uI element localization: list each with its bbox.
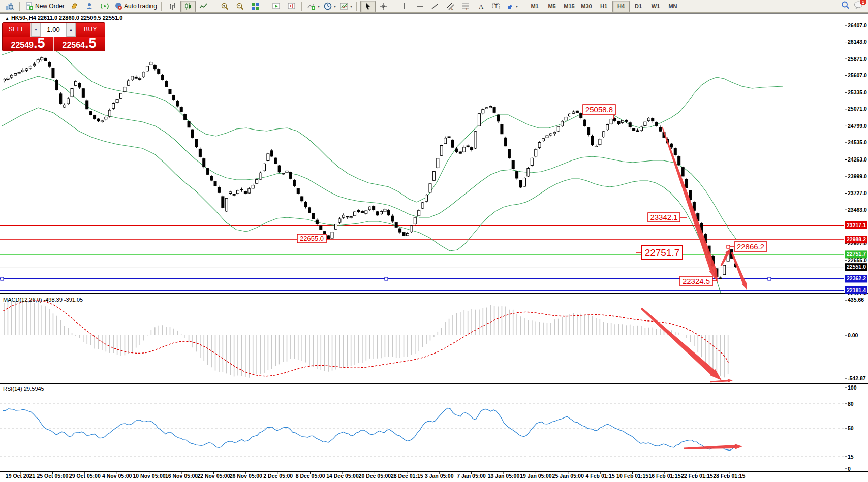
- price-level-badge-text: 23217.1: [847, 222, 866, 228]
- line-handle[interactable]: [1, 277, 4, 280]
- collapse-panel-icon[interactable]: ▲: [5, 16, 9, 21]
- axis-tick-label: 25335.0: [848, 89, 867, 95]
- toolbar-separator: [301, 2, 303, 11]
- profile-button[interactable]: [82, 1, 97, 12]
- periods-clock-icon: [324, 2, 332, 10]
- date-label: 16 Feb 01:15: [648, 473, 680, 479]
- template-button[interactable]: ▾: [338, 1, 354, 12]
- bar-chart-icon: [169, 2, 177, 10]
- channel-button[interactable]: E: [443, 1, 458, 12]
- date-label: 28 Feb 01:15: [713, 473, 745, 479]
- label-button[interactable]: T: [488, 1, 504, 12]
- axis-tick-label: 23463.0: [848, 207, 867, 213]
- chart-canvas[interactable]: 25058.823342.122751.722866.222655.022324…: [0, 0, 868, 482]
- price-annotation[interactable]: 22655.0: [297, 234, 326, 243]
- axis-tick-label: 80: [848, 401, 854, 407]
- line-handle[interactable]: [768, 277, 771, 280]
- fibonacci-button[interactable]: F: [458, 1, 473, 12]
- line-chart-button[interactable]: [196, 1, 211, 12]
- date-label: 8 Dec 05:00: [296, 473, 325, 479]
- price-level-badge-text: 22551.0: [847, 264, 866, 270]
- svg-text:T: T: [494, 4, 498, 9]
- timeframe-m30[interactable]: M30: [578, 1, 595, 12]
- crosshair-button[interactable]: [376, 1, 391, 12]
- line-chart-icon: [199, 2, 207, 10]
- tile-windows-icon: [251, 2, 259, 10]
- date-label: 10 Nov 05:00: [133, 473, 165, 479]
- signals-button[interactable]: [97, 1, 112, 12]
- macd-label: MACD(12,26,9): [3, 297, 42, 303]
- chevron-down-icon: ▾: [334, 4, 336, 9]
- chevron-down-icon: ▾: [350, 4, 352, 9]
- volume-up-button[interactable]: ▲: [66, 23, 76, 37]
- toolbar-separator: [213, 2, 215, 11]
- svg-text:E: E: [451, 7, 453, 10]
- timeframe-m15[interactable]: M15: [561, 1, 578, 12]
- sell-button[interactable]: SELL: [3, 23, 30, 37]
- crosshair-icon: [379, 2, 387, 10]
- timeframe-mn[interactable]: MN: [664, 1, 681, 12]
- horizontal-line-button[interactable]: [412, 1, 427, 12]
- buy-button[interactable]: BUY: [76, 23, 105, 37]
- bar-chart-button[interactable]: [165, 1, 180, 12]
- price-annotation-text: 22866.2: [737, 242, 764, 251]
- timeframe-h4[interactable]: H4: [612, 1, 630, 12]
- profile-icon: [85, 2, 94, 10]
- auto-scroll-button[interactable]: [269, 1, 284, 12]
- chart-shift-button[interactable]: [284, 1, 299, 12]
- timeframe-m1[interactable]: M1: [526, 1, 543, 12]
- chart-shift-icon: [288, 2, 296, 10]
- label-icon: T: [492, 2, 500, 10]
- tile-windows-button[interactable]: [247, 1, 263, 12]
- date-label: 4 Nov 05:00: [102, 473, 132, 479]
- chart-search-icon: [6, 2, 14, 10]
- price-annotation[interactable]: 22751.7: [636, 246, 683, 259]
- chart-search-button[interactable]: [2, 1, 17, 12]
- price-level-badge-text: 22751.7: [847, 251, 866, 257]
- toolbar-separator: [19, 2, 21, 11]
- date-label: 20 Dec 05:00: [359, 473, 391, 479]
- zoom-in-button[interactable]: [217, 1, 232, 12]
- search-icon[interactable]: [841, 1, 850, 12]
- periods-clock-button[interactable]: ▾: [322, 1, 338, 12]
- candlestick-button[interactable]: [180, 1, 196, 12]
- date-label: 10 Feb 01:15: [616, 473, 648, 479]
- cursor-button[interactable]: [360, 1, 376, 12]
- volume-down-button[interactable]: ▼: [31, 23, 41, 37]
- candlestick-icon: [184, 2, 192, 10]
- text-button[interactable]: A: [473, 1, 488, 12]
- price-annotation[interactable]: 22324.5: [680, 276, 717, 286]
- volume-value[interactable]: 1.00: [41, 23, 66, 37]
- date-label: 19 Jan 05:00: [520, 473, 552, 479]
- autotrading-button[interactable]: AutoTrading: [112, 1, 159, 12]
- shapes-button[interactable]: ▾: [504, 1, 520, 12]
- date-label: 29 Oct 05:00: [69, 473, 101, 479]
- new-order-button[interactable]: New Order: [23, 1, 67, 12]
- toolbar-separator: [522, 2, 524, 11]
- date-label: 2 Dec 05:00: [263, 473, 293, 479]
- date-label: 19 Oct 2021: [6, 473, 36, 479]
- date-label: 26 Nov 05:00: [230, 473, 262, 479]
- timeframe-m5[interactable]: M5: [543, 1, 561, 12]
- date-label: 28 Dec 01:15: [391, 473, 423, 479]
- rsi-pane-label: RSI(14) 29.5945: [3, 385, 44, 392]
- sell-price[interactable]: 22549.5: [3, 37, 54, 51]
- timeframe-w1[interactable]: W1: [647, 1, 664, 12]
- gold-button[interactable]: [67, 1, 82, 12]
- toolbar-separator: [393, 2, 395, 11]
- zoom-out-button[interactable]: [232, 1, 247, 12]
- timeframe-d1[interactable]: D1: [630, 1, 647, 12]
- new-order-label: New Order: [35, 3, 65, 10]
- price-annotation-text: 22324.5: [683, 277, 710, 285]
- line-handle[interactable]: [385, 277, 388, 280]
- vertical-line-button[interactable]: [397, 1, 412, 12]
- zoom-out-icon: [236, 2, 244, 10]
- price-level-badge-text: 22988.2: [847, 236, 866, 242]
- zoom-in-icon: [221, 2, 229, 10]
- trendline-button[interactable]: [427, 1, 443, 12]
- one-click-trading-panel: SELL ▼ 1.00 ▲ BUY 22549.5 22564.5: [2, 22, 105, 51]
- chat-icon[interactable]: 1: [854, 1, 863, 11]
- buy-price[interactable]: 22564.5: [54, 37, 105, 51]
- indicators-button[interactable]: ▾: [305, 1, 322, 12]
- timeframe-h1[interactable]: H1: [595, 1, 612, 12]
